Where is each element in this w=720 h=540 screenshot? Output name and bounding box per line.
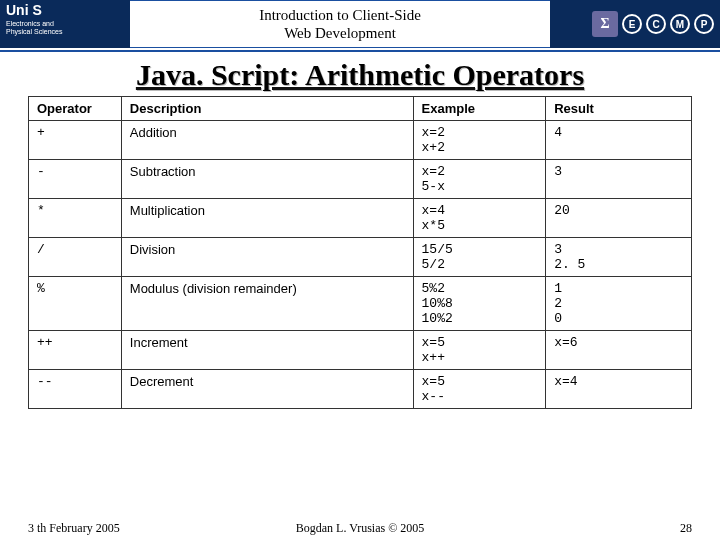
header-logo-block: Uni S Electronics and Physical Sciences xyxy=(0,0,130,48)
col-operator: Operator xyxy=(29,97,122,121)
cell-operator: - xyxy=(29,160,122,199)
table-row: / Division 15/5 5/2 3 2. 5 xyxy=(29,238,692,277)
cell-result: x=6 xyxy=(546,331,692,370)
col-description: Description xyxy=(121,97,413,121)
university-logo: Uni S xyxy=(0,0,130,20)
table-row: ++ Increment x=5 x++ x=6 xyxy=(29,331,692,370)
slide-footer: 3 th February 2005 Bogdan L. Vrusias © 2… xyxy=(0,521,720,536)
course-title: Introduction to Client-Side Web Developm… xyxy=(130,0,550,48)
cell-operator: ++ xyxy=(29,331,122,370)
cell-example: 5%2 10%8 10%2 xyxy=(413,277,546,331)
table-row: -- Decrement x=5 x-- x=4 xyxy=(29,370,692,409)
cell-description: Decrement xyxy=(121,370,413,409)
cell-description: Modulus (division remainder) xyxy=(121,277,413,331)
cell-description: Increment xyxy=(121,331,413,370)
cell-description: Division xyxy=(121,238,413,277)
header-badges: Σ E C M P xyxy=(550,0,720,48)
cell-operator: * xyxy=(29,199,122,238)
badge-p: P xyxy=(694,14,714,34)
table-row: + Addition x=2 x+2 4 xyxy=(29,121,692,160)
cell-operator: -- xyxy=(29,370,122,409)
cell-description: Subtraction xyxy=(121,160,413,199)
footer-copyright: Bogdan L. Vrusias © 2005 xyxy=(296,521,425,536)
cell-operator: + xyxy=(29,121,122,160)
col-example: Example xyxy=(413,97,546,121)
table-row: % Modulus (division remainder) 5%2 10%8 … xyxy=(29,277,692,331)
cell-result: x=4 xyxy=(546,370,692,409)
cell-example: 15/5 5/2 xyxy=(413,238,546,277)
badge-c: C xyxy=(646,14,666,34)
cell-example: x=2 5-x xyxy=(413,160,546,199)
table-row: * Multiplication x=4 x*5 20 xyxy=(29,199,692,238)
cell-example: x=5 x++ xyxy=(413,331,546,370)
sigma-icon: Σ xyxy=(592,11,618,37)
cell-description: Multiplication xyxy=(121,199,413,238)
department-name: Electronics and Physical Sciences xyxy=(0,20,130,37)
cell-result: 3 xyxy=(546,160,692,199)
table-row: - Subtraction x=2 5-x 3 xyxy=(29,160,692,199)
footer-page: 28 xyxy=(680,521,692,536)
operators-table: Operator Description Example Result + Ad… xyxy=(28,96,692,409)
slide-title: Java. Script: Arithmetic Operators xyxy=(0,58,720,92)
cell-description: Addition xyxy=(121,121,413,160)
badge-m: M xyxy=(670,14,690,34)
cell-example: x=5 x-- xyxy=(413,370,546,409)
badge-e: E xyxy=(622,14,642,34)
cell-result: 1 2 0 xyxy=(546,277,692,331)
cell-example: x=2 x+2 xyxy=(413,121,546,160)
operators-table-wrap: Operator Description Example Result + Ad… xyxy=(0,96,720,409)
cell-result: 20 xyxy=(546,199,692,238)
cell-operator: % xyxy=(29,277,122,331)
cell-result: 4 xyxy=(546,121,692,160)
col-result: Result xyxy=(546,97,692,121)
table-header-row: Operator Description Example Result xyxy=(29,97,692,121)
cell-result: 3 2. 5 xyxy=(546,238,692,277)
cell-operator: / xyxy=(29,238,122,277)
footer-date: 3 th February 2005 xyxy=(28,521,120,536)
slide-header: Uni S Electronics and Physical Sciences … xyxy=(0,0,720,48)
cell-example: x=4 x*5 xyxy=(413,199,546,238)
